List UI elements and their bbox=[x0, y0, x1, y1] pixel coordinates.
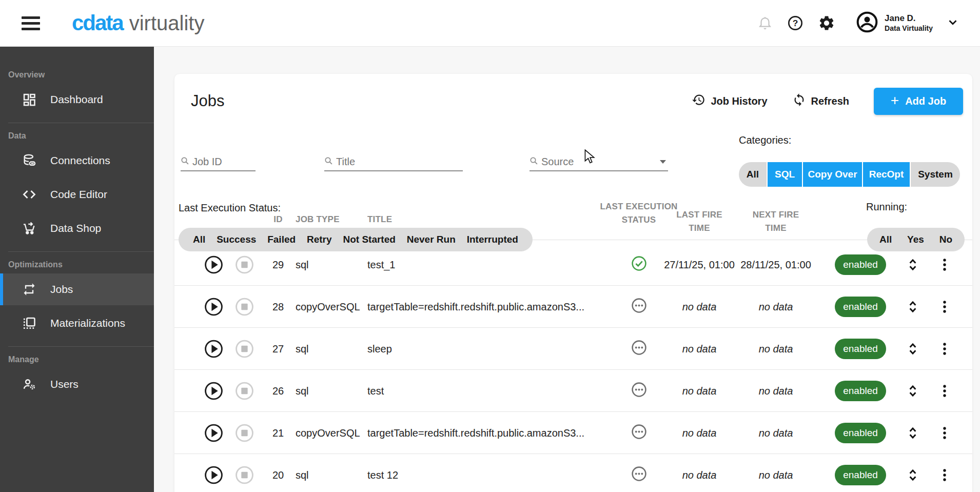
add-job-label: Add Job bbox=[905, 95, 946, 107]
refresh-button[interactable]: Refresh bbox=[792, 93, 849, 109]
sidebar-item-label: Code Editor bbox=[50, 188, 107, 201]
last-fire-time: no data bbox=[656, 385, 743, 397]
sidebar-divider bbox=[8, 251, 154, 252]
sidebar-item-jobs[interactable]: Jobs bbox=[0, 273, 154, 305]
row-menu-button[interactable] bbox=[938, 341, 951, 357]
column-header-title: TITLE bbox=[367, 214, 392, 225]
sidebar-item-label: Dashboard bbox=[50, 93, 103, 106]
job-history-button[interactable]: Job History bbox=[692, 93, 767, 109]
run-job-button[interactable] bbox=[204, 255, 223, 274]
run-job-button[interactable] bbox=[204, 465, 223, 484]
job-state-badge: enabled bbox=[835, 465, 886, 485]
status-chip-retry[interactable]: Retry bbox=[307, 234, 332, 245]
materializations-icon bbox=[22, 316, 37, 330]
chevron-down-icon bbox=[946, 15, 959, 31]
sidebar-section-overview: Overview bbox=[8, 70, 154, 82]
job-state-badge: enabled bbox=[835, 339, 886, 359]
table-row: 20 sql test 12 no data no data enabled bbox=[174, 454, 972, 492]
add-job-button[interactable]: + Add Job bbox=[874, 88, 963, 115]
next-fire-time: no data bbox=[732, 427, 819, 439]
reorder-control[interactable] bbox=[905, 467, 920, 483]
stop-job-button[interactable] bbox=[235, 339, 254, 358]
source-select-input[interactable] bbox=[541, 156, 657, 168]
sidebar-item-dashboard[interactable]: Dashboard bbox=[0, 84, 154, 115]
notifications-bell-icon[interactable] bbox=[757, 15, 773, 31]
reorder-control[interactable] bbox=[905, 341, 920, 357]
jobs-card: Jobs Job History Refresh + Add Job bbox=[174, 74, 972, 492]
job-title: test_1 bbox=[367, 259, 395, 270]
settings-gear-icon[interactable] bbox=[818, 14, 835, 32]
pending-status-icon bbox=[631, 424, 647, 442]
row-menu-button[interactable] bbox=[938, 257, 951, 272]
category-segment[interactable]: RecOpt bbox=[863, 162, 910, 187]
next-fire-time: 28/11/25, 01:00 bbox=[732, 259, 819, 270]
sidebar-section-data: Data bbox=[8, 131, 154, 143]
status-chip-failed[interactable]: Failed bbox=[267, 234, 296, 245]
brand-logo: cdata virtuality bbox=[72, 11, 204, 35]
reorder-control[interactable] bbox=[905, 383, 920, 399]
job-type: sql bbox=[296, 469, 309, 481]
last-execution-status-filter-label: Last Execution Status: bbox=[179, 202, 281, 214]
job-id-input[interactable] bbox=[192, 156, 256, 168]
row-menu-button[interactable] bbox=[938, 425, 951, 441]
sidebar-item-code-editor[interactable]: Code Editor bbox=[0, 179, 154, 210]
categories-group: All SQL Copy Over RecOpt System bbox=[739, 162, 960, 187]
category-segment[interactable]: SQL bbox=[768, 162, 802, 187]
stop-job-button[interactable] bbox=[235, 297, 254, 316]
stop-job-button[interactable] bbox=[235, 465, 254, 484]
title-input[interactable] bbox=[336, 156, 463, 168]
row-menu-button[interactable] bbox=[938, 299, 951, 314]
running-chip-all[interactable]: All bbox=[879, 234, 892, 245]
job-state-badge: enabled bbox=[835, 381, 886, 401]
job-status-cell bbox=[631, 424, 647, 442]
status-chip-not-started[interactable]: Not Started bbox=[343, 234, 395, 245]
sidebar-item-connections[interactable]: Connections bbox=[0, 145, 154, 176]
category-segment[interactable]: Copy Over bbox=[803, 162, 862, 187]
stop-job-button[interactable] bbox=[235, 381, 254, 400]
run-job-button[interactable] bbox=[204, 339, 223, 358]
next-fire-time: no data bbox=[732, 343, 819, 355]
status-chip-success[interactable]: Success bbox=[217, 234, 256, 245]
source-filter bbox=[530, 153, 668, 171]
data-shop-icon bbox=[22, 221, 37, 235]
svg-text:?: ? bbox=[793, 18, 798, 28]
reorder-control[interactable] bbox=[905, 425, 920, 441]
run-job-button[interactable] bbox=[204, 381, 223, 400]
stop-job-button[interactable] bbox=[235, 255, 254, 274]
reorder-control[interactable] bbox=[905, 299, 920, 314]
page-title: Jobs bbox=[191, 92, 224, 110]
row-menu-button[interactable] bbox=[938, 467, 951, 483]
category-segment[interactable]: System bbox=[911, 162, 960, 187]
status-chip-interrupted[interactable]: Interrupted bbox=[467, 234, 518, 245]
dropdown-caret-icon[interactable] bbox=[660, 160, 666, 164]
run-job-button[interactable] bbox=[204, 297, 223, 316]
avatar bbox=[856, 11, 878, 35]
sidebar-item-materializations[interactable]: Materializations bbox=[0, 307, 154, 339]
hamburger-menu-button[interactable] bbox=[22, 15, 42, 31]
jobs-table-rows: 29 sql test_1 27/11/25, 01:00 28/11/25, … bbox=[174, 240, 972, 492]
reorder-control[interactable] bbox=[905, 257, 920, 272]
running-chip-no[interactable]: No bbox=[939, 234, 952, 245]
job-title: targetTable=redshift.redshift.public.ama… bbox=[367, 301, 584, 312]
title-filter bbox=[324, 153, 463, 171]
job-type: copyOverSQL bbox=[296, 427, 360, 439]
stop-job-button[interactable] bbox=[235, 423, 254, 442]
job-id-filter bbox=[181, 153, 256, 171]
last-fire-time: no data bbox=[656, 301, 743, 312]
pending-status-icon bbox=[631, 340, 647, 358]
status-chip-all[interactable]: All bbox=[193, 234, 205, 245]
sidebar-item-data-shop[interactable]: Data Shop bbox=[0, 212, 154, 244]
row-menu-button[interactable] bbox=[938, 383, 951, 399]
help-icon[interactable]: ? bbox=[787, 15, 803, 31]
run-job-button[interactable] bbox=[204, 423, 223, 442]
job-type: sql bbox=[296, 343, 309, 355]
refresh-icon bbox=[792, 93, 806, 109]
running-chip-yes[interactable]: Yes bbox=[907, 234, 924, 245]
user-menu[interactable]: Jane D. Data Virtuality bbox=[856, 11, 959, 35]
running-filter-label: Running: bbox=[866, 201, 907, 213]
category-segment[interactable]: All bbox=[739, 162, 767, 187]
last-fire-time: 27/11/25, 01:00 bbox=[656, 259, 743, 270]
status-chip-never-run[interactable]: Never Run bbox=[407, 234, 456, 245]
sidebar-item-users[interactable]: Users bbox=[0, 368, 154, 400]
main-content: Jobs Job History Refresh + Add Job bbox=[154, 47, 980, 492]
